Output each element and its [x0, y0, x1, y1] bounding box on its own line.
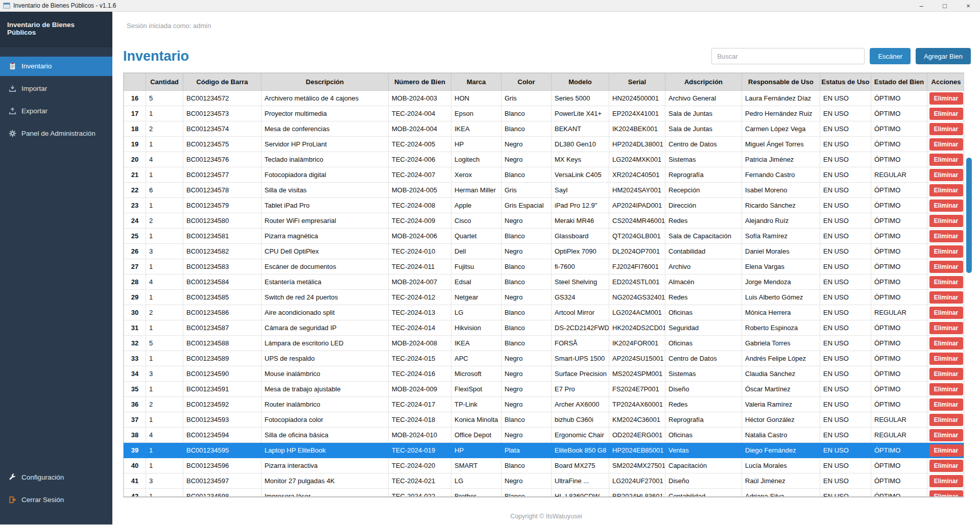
cell-descripcion: Pizarra magnética [261, 229, 389, 244]
table-row[interactable]: 384BC001234594Silla de oficina básicaMOB… [124, 428, 965, 443]
table-row[interactable]: 413BC001234597Monitor 27 pulgadas 4KTEC-… [124, 473, 965, 489]
table-row[interactable]: 331BC001234589UPS de respaldoTEC-2024-01… [124, 351, 965, 366]
delete-button[interactable]: Eliminar [929, 475, 963, 487]
cell-acciones: Eliminar [927, 443, 965, 458]
table-row[interactable]: 182BC001234574Mesa de conferenciasMOB-20… [124, 121, 965, 137]
delete-button[interactable]: Eliminar [929, 108, 963, 120]
cell-modelo: Ergonomic Chair [552, 428, 609, 443]
column-header-numero-de-bien: Número de Bien [389, 73, 451, 91]
delete-button[interactable]: Eliminar [929, 123, 963, 135]
delete-button[interactable]: Eliminar [929, 215, 963, 227]
table-row[interactable]: 271BC001234583Escáner de documentosTEC-2… [124, 259, 965, 274]
delete-button[interactable]: Eliminar [929, 92, 963, 105]
scrollbar[interactable] [966, 128, 972, 505]
delete-button[interactable]: Eliminar [929, 337, 963, 349]
delete-button[interactable]: Eliminar [929, 368, 963, 380]
delete-button[interactable]: Eliminar [929, 184, 963, 196]
cell-serial: HN2024500001 [609, 91, 665, 106]
delete-button[interactable]: Eliminar [929, 154, 963, 166]
delete-button[interactable]: Eliminar [929, 398, 963, 411]
delete-button[interactable]: Eliminar [929, 169, 963, 181]
cell-cantidad: 1 [146, 382, 183, 397]
table-row[interactable]: 391BC001234595Laptop HP EliteBookTEC-202… [124, 443, 965, 458]
delete-button[interactable]: Eliminar [929, 460, 963, 472]
cell-cantidad: 4 [146, 152, 183, 167]
cell-estatus: EN USO [820, 336, 871, 351]
table-row[interactable]: 362BC001234592Router inalámbricoTEC-2024… [124, 397, 965, 412]
table-row[interactable]: 291BC001234585Switch de red 24 puertosTE… [124, 290, 965, 305]
minimize-button[interactable]: – [910, 0, 933, 11]
table-row[interactable]: 263BC001234582CPU Dell OptiPlexTEC-2024-… [124, 244, 965, 259]
table-row[interactable]: 191BC001234575Servidor HP ProLiantTEC-20… [124, 137, 965, 152]
sidebar-item-configuracion[interactable]: Configuración [0, 467, 112, 487]
table-row[interactable]: 242BC001234580Router WiFi empresarialTEC… [124, 213, 965, 229]
sidebar-item-importar[interactable]: Importar [0, 79, 112, 98]
cell-acciones: Eliminar [927, 412, 965, 428]
table-row[interactable]: 325BC001234588Lámpara de escritorio LEDM… [124, 336, 965, 351]
cell-estado: ÓPTIMO [871, 259, 927, 274]
delete-button[interactable]: Eliminar [929, 444, 963, 457]
cell-estado: ÓPTIMO [871, 458, 927, 473]
delete-button[interactable]: Eliminar [929, 291, 963, 304]
cell-estado: REGULAR [871, 428, 927, 443]
cell-numero_bien: TEC-2024-019 [389, 443, 451, 458]
cell-cantidad: 6 [146, 183, 183, 198]
cell-serial: TP2024AX60001 [609, 397, 665, 412]
delete-button[interactable]: Eliminar [929, 383, 963, 395]
table-row[interactable]: 171BC001234573Proyector multimediaTEC-20… [124, 106, 965, 121]
cell-cantidad: 1 [146, 443, 183, 458]
table-row[interactable]: 226BC001234578Silla de visitasMOB-2024-0… [124, 183, 965, 198]
sidebar-item-cerrar-sesion[interactable]: Cerrar Sesión [0, 490, 112, 509]
sidebar-item-exportar[interactable]: Exportar [0, 102, 112, 121]
search-input[interactable] [711, 48, 865, 64]
scanner-button[interactable]: Escáner [870, 48, 911, 64]
cell-color: Blanco [501, 259, 552, 274]
main-content: Sesión iniciada como: admin Inventario E… [112, 12, 980, 524]
table-row[interactable]: 302BC001234586Aire acondicionado splitTE… [124, 305, 965, 320]
cell-codigo: BC001234578 [183, 183, 261, 198]
table-row[interactable]: 231BC001234579Tablet iPad ProTEC-2024-00… [124, 198, 965, 213]
delete-button[interactable]: Eliminar [929, 490, 963, 498]
sidebar-item-inventario[interactable]: Inventario [0, 57, 112, 76]
cell-marca: Hikvision [451, 320, 501, 336]
delete-button[interactable]: Eliminar [929, 276, 963, 288]
cell-responsable: Alejandro Ruíz [742, 213, 820, 229]
table-row[interactable]: 204BC001234576Teclado inalámbricoTEC-202… [124, 152, 965, 167]
close-button[interactable]: × [957, 0, 980, 11]
table-row[interactable]: 211BC001234577Fotocopiadora digitalTEC-2… [124, 167, 965, 183]
cell-marca: Microsoft [451, 366, 501, 382]
cell-estatus: EN USO [820, 167, 871, 183]
sidebar-item-panel-de-administracion[interactable]: Panel de Administración [0, 124, 112, 143]
delete-button[interactable]: Eliminar [929, 245, 963, 258]
table-row[interactable]: 165BC001234572Archivero metálico de 4 ca… [124, 91, 965, 106]
table-row[interactable]: 421BC001234598Impresora láserTEC-2024-02… [124, 489, 965, 498]
cell-numero_bien: TEC-2024-014 [389, 320, 451, 336]
cell-serial: HP2024DL38001 [609, 137, 665, 152]
cell-responsable: Lucía Morales [742, 458, 820, 473]
sidebar-item-label: Panel de Administración [21, 130, 95, 137]
row-number: 25 [124, 229, 146, 244]
delete-button[interactable]: Eliminar [929, 429, 963, 441]
delete-button[interactable]: Eliminar [929, 414, 963, 426]
table-row[interactable]: 284BC001234584Estantería metálicaMOB-202… [124, 274, 965, 290]
row-number: 27 [124, 259, 146, 274]
table-row[interactable]: 401BC001234596Pizarra interactivaTEC-202… [124, 458, 965, 473]
table-row[interactable]: 351BC001234591Mesa de trabajo ajustableM… [124, 382, 965, 397]
delete-button[interactable]: Eliminar [929, 230, 963, 242]
delete-button[interactable]: Eliminar [929, 199, 963, 212]
table-row[interactable]: 371BC001234593Fotocopiadora colorTEC-202… [124, 412, 965, 428]
scrollbar-thumb[interactable] [966, 158, 972, 273]
maximize-button[interactable]: □ [933, 0, 957, 11]
cell-numero_bien: MOB-2024-003 [389, 91, 451, 106]
cell-descripcion: Mouse inalámbrico [261, 366, 389, 382]
cell-color: Negro [501, 152, 552, 167]
add-item-button[interactable]: Agregar Bien [916, 48, 971, 64]
delete-button[interactable]: Eliminar [929, 322, 963, 334]
delete-button[interactable]: Eliminar [929, 138, 963, 151]
delete-button[interactable]: Eliminar [929, 261, 963, 273]
table-row[interactable]: 251BC001234581Pizarra magnéticaMOB-2024-… [124, 229, 965, 244]
delete-button[interactable]: Eliminar [929, 353, 963, 365]
table-row[interactable]: 311BC001234587Cámara de seguridad IPTEC-… [124, 320, 965, 336]
table-row[interactable]: 343BC001234590Mouse inalámbricoTEC-2024-… [124, 366, 965, 382]
delete-button[interactable]: Eliminar [929, 307, 963, 319]
